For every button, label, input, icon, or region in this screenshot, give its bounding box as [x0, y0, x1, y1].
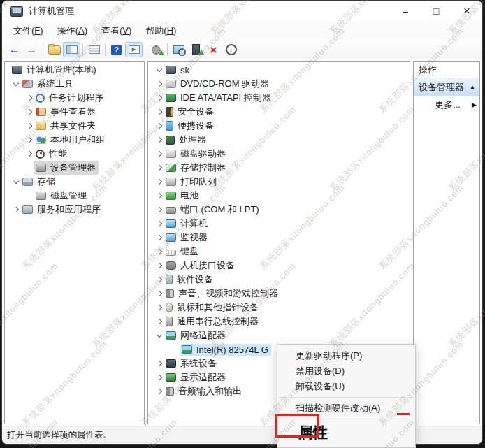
show-console-tree-button[interactable]	[63, 42, 80, 57]
chevron-right-icon[interactable]	[154, 79, 164, 89]
chevron-right-icon[interactable]	[154, 317, 164, 327]
tree-item-monitors[interactable]: 监视器	[148, 231, 410, 245]
chevron-right-icon[interactable]	[24, 107, 34, 117]
chevron-right-icon[interactable]	[154, 247, 164, 257]
chevron-right-icon[interactable]	[24, 135, 34, 145]
menu-view[interactable]: 查看(V)	[94, 22, 138, 39]
tree-item-local-users-groups[interactable]: 本地用户和组	[5, 133, 144, 147]
chevron-right-icon[interactable]	[154, 303, 164, 313]
chevron-right-icon[interactable]	[154, 163, 164, 173]
chevron-right-icon[interactable]	[154, 149, 164, 159]
tree-item-portable-devices[interactable]: 便携设备	[148, 119, 410, 133]
tree-item-ports-com-lpt[interactable]: 端口 (COM 和 LPT)	[148, 203, 410, 217]
tree-item-label: 系统工具	[37, 78, 73, 90]
tree-item-performance[interactable]: 性能	[5, 147, 144, 161]
chevron-down-icon[interactable]	[154, 331, 164, 341]
actions-more[interactable]: 更多... ▶	[414, 96, 479, 113]
tree-item-network-adapters[interactable]: 网络适配器	[148, 328, 410, 342]
enable-device-button[interactable]	[187, 42, 205, 57]
enable-device-icon	[192, 44, 200, 55]
tree-item-hid-devices[interactable]: 人机接口设备	[148, 259, 410, 273]
tree-item-system-tools[interactable]: 系统工具	[5, 77, 144, 91]
tree-item-computer-management-local[interactable]: 计算机管理(本地)	[5, 63, 144, 77]
properties-button[interactable]	[85, 42, 103, 57]
chevron-right-icon[interactable]	[154, 373, 164, 383]
title-bar: 计算机管理 – □ ×	[2, 1, 482, 22]
tree-item-root-sk[interactable]: sk	[148, 63, 410, 77]
tree-item-batteries[interactable]: 电池	[148, 189, 410, 203]
chevron-right-icon[interactable]	[10, 205, 21, 215]
chevron-right-icon[interactable]	[154, 275, 164, 285]
disable-device-button[interactable]: ↓	[222, 42, 240, 57]
menu-file-post: )	[40, 25, 43, 36]
uninstall-device-button[interactable]: ×	[205, 42, 222, 57]
chevron-right-icon[interactable]	[24, 93, 34, 103]
scan-hardware-button[interactable]	[170, 42, 187, 57]
chevron-down-icon[interactable]	[10, 177, 21, 187]
tree-item-task-scheduler[interactable]: 任务计划程序	[5, 91, 144, 105]
context-menu-item-disable-device[interactable]: 禁用设备(D)	[277, 363, 415, 379]
tree-item-disk-drives[interactable]: 磁盘驱动器	[148, 147, 410, 161]
chevron-right-icon[interactable]	[154, 289, 164, 299]
chevron-right-icon[interactable]	[154, 205, 164, 215]
show-action-pane-button[interactable]: ▶	[125, 42, 143, 57]
menu-action[interactable]: 操作(A)	[50, 22, 94, 39]
tree-item-computer[interactable]: 计算机	[148, 217, 410, 231]
tree-item-ide-controllers[interactable]: IDE ATA/ATAPI 控制器	[148, 91, 410, 105]
chevron-right-icon[interactable]	[24, 149, 34, 159]
menu-file[interactable]: 文件(F)	[6, 22, 50, 39]
network-icon	[166, 331, 176, 340]
minimize-button[interactable]: –	[390, 1, 421, 22]
tree-item-event-viewer[interactable]: 事件查看器	[5, 105, 144, 119]
tree-item-services-applications[interactable]: 服务和应用程序	[5, 203, 144, 217]
tree-item-usb-controllers[interactable]: 通用串行总线控制器	[148, 315, 410, 328]
maximize-button[interactable]: □	[421, 1, 451, 22]
help-button[interactable]: ?	[108, 42, 125, 57]
tree-item-print-queues[interactable]: 打印队列	[148, 175, 410, 189]
tree-item-sound-controllers[interactable]: 声音、视频和游戏控制器	[148, 287, 410, 301]
tree-item-label: 磁盘驱动器	[180, 147, 226, 160]
more-arrow-icon: ▶	[472, 101, 477, 108]
console-tree-icon	[66, 45, 78, 54]
tree-item-mice-pointing[interactable]: 鼠标和其他指针设备	[148, 301, 410, 315]
chevron-down-icon[interactable]	[154, 65, 164, 75]
export-list-button[interactable]	[45, 42, 63, 57]
chevron-right-icon[interactable]	[154, 359, 164, 369]
chevron-right-icon[interactable]	[154, 219, 164, 229]
tree-item-keyboards[interactable]: 键盘	[148, 245, 410, 259]
update-driver-icon	[152, 45, 161, 55]
tree-item-security-devices[interactable]: 安全设备	[148, 105, 410, 119]
tree-item-storage-controllers[interactable]: 存储控制器	[148, 161, 410, 175]
chevron-right-icon[interactable]	[154, 135, 164, 145]
tree-item-software-devices[interactable]: 软件设备	[148, 273, 410, 287]
chevron-right-icon[interactable]	[154, 93, 164, 103]
close-button[interactable]: ×	[451, 1, 482, 22]
ports-icon	[166, 207, 176, 214]
ide-icon	[166, 94, 176, 102]
tree-item-label: 磁盘管理	[50, 189, 87, 202]
tree-item-shared-folders[interactable]: 共享文件夹	[5, 119, 144, 133]
tree-item-device-manager[interactable]: 设备管理器	[5, 161, 144, 175]
tree-item-label: 音频输入和输出	[178, 385, 242, 398]
tree-item-storage[interactable]: 存储	[5, 175, 144, 189]
back-button[interactable]: ←	[6, 42, 23, 57]
update-driver-button[interactable]	[147, 42, 165, 57]
actions-section-device-manager[interactable]: 设备管理器 ▲	[414, 78, 479, 96]
context-menu-item-uninstall-device[interactable]: 卸载设备(U)	[277, 379, 415, 394]
context-menu-item-update-driver[interactable]: 更新驱动程序(P)	[277, 348, 415, 363]
chevron-right-icon[interactable]	[154, 177, 164, 187]
forward-button[interactable]: →	[23, 42, 41, 57]
chevron-right-icon[interactable]	[154, 386, 164, 397]
chevron-down-icon[interactable]	[10, 79, 21, 89]
chevron-right-icon[interactable]	[154, 121, 164, 131]
chevron-right-icon[interactable]	[24, 121, 34, 131]
tree-item-processors[interactable]: 处理器	[148, 133, 410, 147]
tree-item-label: 显示适配器	[180, 371, 226, 384]
tree-item-disk-management[interactable]: 磁盘管理	[5, 189, 144, 203]
chevron-right-icon[interactable]	[154, 261, 164, 271]
chevron-right-icon[interactable]	[154, 191, 164, 201]
chevron-right-icon[interactable]	[154, 233, 164, 243]
tree-item-dvd-drives[interactable]: DVD/CD-ROM 驱动器	[148, 77, 410, 91]
chevron-right-icon[interactable]	[154, 107, 164, 117]
menu-help[interactable]: 帮助(H)	[138, 22, 183, 39]
